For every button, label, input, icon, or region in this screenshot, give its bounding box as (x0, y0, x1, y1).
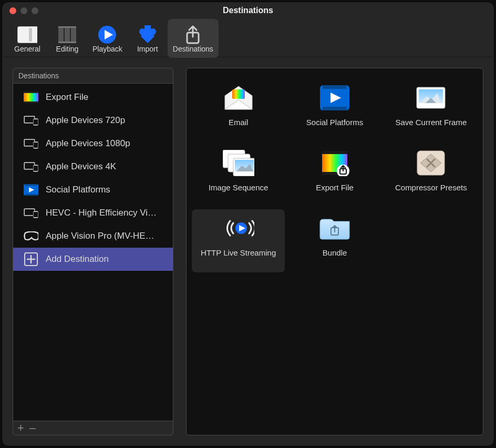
destination-export-file[interactable]: Export File (288, 144, 381, 207)
svg-rect-27 (25, 184, 37, 186)
svg-rect-25 (34, 166, 38, 171)
toolbar-tab-import[interactable]: Import (128, 19, 168, 58)
toolbar: General Editing Playback Import Destinat… (2, 19, 494, 57)
svg-rect-33 (34, 212, 38, 217)
preferences-window: Destinations General Editing Playback Im… (2, 2, 494, 446)
compressor-icon (415, 148, 447, 178)
svg-rect-17 (34, 119, 38, 125)
apple-devices-icon (24, 136, 38, 151)
destination-grid: Email Social Platforms Save Current Fram… (186, 68, 483, 435)
add-destination-button[interactable]: + (17, 423, 24, 433)
sidebar-item-label: Apple Devices 1080p (46, 138, 167, 149)
toolbar-tab-label: Editing (56, 45, 79, 53)
sidebar-item-apple-devices-720p[interactable]: Apple Devices 720p (13, 109, 173, 132)
export-file-icon (24, 90, 38, 105)
destination-email[interactable]: Email (192, 79, 285, 142)
sidebar-item-label: Apple Devices 720p (46, 115, 167, 126)
destination-label: Compressor Presets (395, 183, 467, 192)
svg-rect-40 (323, 107, 347, 110)
toolbar-tab-label: Import (137, 45, 158, 53)
add-icon (24, 252, 38, 267)
content: Destinations Export File Apple Devices 7… (2, 57, 494, 446)
export-file-big-icon (319, 148, 350, 178)
toolbar-tab-general[interactable]: General (7, 19, 47, 58)
toolbar-tab-playback[interactable]: Playback (87, 19, 128, 58)
sidebar-item-label: Apple Vision Pro (MV-HE… (46, 231, 167, 241)
svg-rect-11 (24, 91, 38, 103)
sidebar-item-apple-vision-pro-mv-he-[interactable]: Apple Vision Pro (MV-HE… (13, 225, 173, 248)
svg-rect-13 (24, 101, 38, 103)
sidebar-item-export-file[interactable]: Export File (13, 86, 173, 109)
svg-rect-6 (58, 42, 76, 43)
sequence-icon (223, 148, 254, 178)
social-icon (24, 182, 38, 197)
apple-devices-icon (24, 206, 38, 220)
email-icon (223, 83, 254, 113)
svg-marker-9 (140, 36, 155, 43)
sidebar-item-label: Export File (46, 92, 167, 103)
toolbar-tab-label: Playback (92, 45, 122, 53)
svg-rect-39 (323, 85, 347, 89)
maximize-icon[interactable] (32, 7, 38, 14)
apple-devices-icon (24, 113, 38, 128)
svg-rect-12 (24, 91, 38, 93)
apple-devices-icon (24, 159, 38, 174)
sidebar-header: Destinations (13, 68, 173, 84)
window-controls (9, 7, 38, 14)
editing-icon (57, 25, 77, 45)
sidebar-item-apple-devices-1080p[interactable]: Apple Devices 1080p (13, 132, 173, 155)
social-icon (319, 83, 350, 113)
destination-label: Export File (316, 183, 354, 192)
vision-icon (24, 229, 38, 243)
destination-bundle[interactable]: Bundle (288, 209, 381, 272)
sidebar-item-hevc-high-efficiency-vi-[interactable]: HEVC - High Efficiency Vi… (13, 201, 173, 225)
close-icon[interactable] (9, 7, 16, 14)
destination-image-sequence[interactable]: Image Sequence (192, 144, 285, 207)
svg-rect-49 (322, 151, 347, 154)
hls-icon (223, 213, 254, 243)
svg-rect-5 (58, 26, 76, 28)
sidebar-footer: + – (13, 421, 173, 435)
svg-rect-19 (25, 140, 34, 146)
bundle-icon (319, 213, 350, 243)
destination-label: Image Sequence (209, 183, 268, 192)
svg-rect-0 (17, 26, 37, 43)
svg-rect-2 (58, 27, 64, 42)
svg-rect-3 (65, 27, 70, 42)
svg-rect-4 (71, 27, 76, 42)
svg-rect-15 (25, 117, 34, 123)
svg-rect-37 (232, 89, 245, 99)
toolbar-tab-label: General (14, 45, 40, 53)
svg-rect-28 (25, 194, 37, 196)
destination-label: Save Current Frame (395, 118, 467, 127)
destination-label: Bundle (323, 248, 347, 257)
destination-http-live-streaming[interactable]: HTTP Live Streaming (192, 209, 285, 272)
titlebar: Destinations (2, 2, 494, 19)
destination-label: Email (229, 118, 249, 127)
sidebar-list: Export File Apple Devices 720p Apple Dev… (13, 84, 173, 421)
destinations-icon (183, 25, 203, 45)
sidebar-item-label: Apple Devices 4K (46, 161, 167, 172)
import-icon (138, 25, 158, 45)
remove-destination-button[interactable]: – (29, 423, 36, 433)
toolbar-tab-destinations[interactable]: Destinations (168, 19, 219, 58)
general-icon (17, 25, 37, 45)
window-title: Destinations (223, 6, 273, 15)
sidebar-item-label: Social Platforms (46, 185, 167, 195)
sidebar-item-add-destination[interactable]: Add Destination (13, 248, 173, 271)
destination-label: HTTP Live Streaming (201, 248, 276, 257)
destination-save-current-frame[interactable]: Save Current Frame (385, 79, 478, 142)
svg-rect-31 (25, 209, 34, 215)
destination-label: Social Platforms (306, 118, 363, 127)
playback-icon (97, 25, 117, 45)
sidebar-item-apple-devices-4k[interactable]: Apple Devices 4K (13, 155, 173, 178)
destination-social-platforms[interactable]: Social Platforms (288, 79, 381, 142)
toolbar-tab-label: Destinations (173, 45, 213, 53)
sidebar: Destinations Export File Apple Devices 7… (13, 68, 173, 435)
destination-compressor-presets[interactable]: Compressor Presets (385, 144, 478, 207)
svg-rect-21 (34, 142, 38, 148)
sidebar-item-social-platforms[interactable]: Social Platforms (13, 178, 173, 201)
toolbar-tab-editing[interactable]: Editing (47, 19, 87, 58)
minimize-icon[interactable] (20, 7, 27, 14)
svg-rect-1 (29, 28, 32, 42)
